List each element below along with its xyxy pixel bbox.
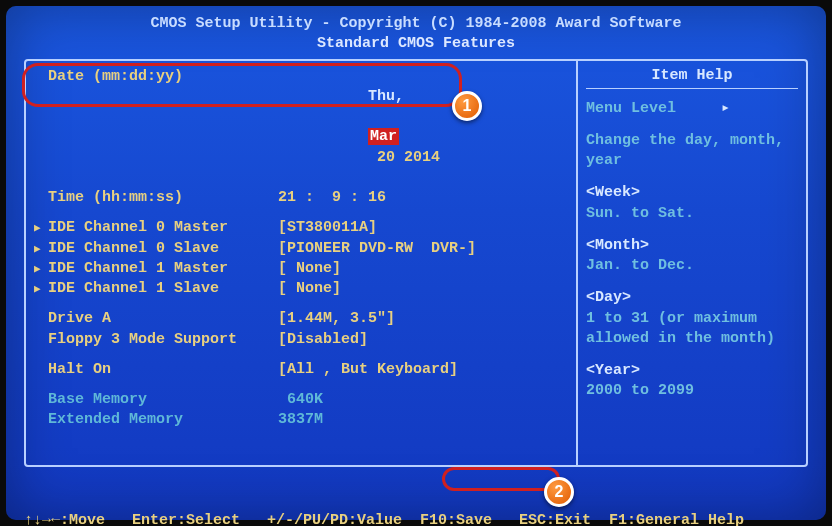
base-mem-value: 640K: [278, 390, 323, 410]
left-pane: Date (mm:dd:yy) Thu, Mar 20 2014 Time (h…: [26, 61, 576, 465]
halt-value: [All , But Keyboard]: [278, 360, 458, 380]
halt-on-row[interactable]: Halt On [All , But Keyboard]: [34, 360, 566, 380]
ide-label: IDE Channel 0 Master: [48, 218, 278, 238]
date-value: Thu, Mar 20 2014: [278, 67, 440, 189]
callout-badge-2: 2: [544, 477, 574, 507]
triangle-icon: ▶: [34, 218, 48, 238]
time-row[interactable]: Time (hh:mm:ss) 21 : 9 : 16: [34, 188, 566, 208]
date-rest: 20 2014: [368, 149, 440, 166]
ext-mem-label: Extended Memory: [48, 410, 278, 430]
drive-a-label: Drive A: [48, 309, 278, 329]
callout-badge-1: 1: [452, 91, 482, 121]
header: CMOS Setup Utility - Copyright (C) 1984-…: [24, 14, 808, 55]
blank-tri: [34, 188, 48, 208]
ext-mem-value: 3837M: [278, 410, 323, 430]
help-month-text: Jan. to Dec.: [586, 257, 694, 274]
ide-row[interactable]: ▶ IDE Channel 1 Master [ None]: [34, 259, 566, 279]
menu-level-row: Menu Level ▸: [586, 99, 798, 119]
date-row[interactable]: Date (mm:dd:yy) Thu, Mar 20 2014: [34, 67, 566, 189]
triangle-icon: ▶: [34, 259, 48, 279]
ide-value: [PIONEER DVD-RW DVR-]: [278, 239, 476, 259]
help-year: <Year> 2000 to 2099: [586, 361, 798, 402]
ide-value: [ None]: [278, 279, 341, 299]
base-memory-row: Base Memory 640K: [34, 390, 566, 410]
help-week-text: Sun. to Sat.: [586, 205, 694, 222]
header-copyright: CMOS Setup Utility - Copyright (C) 1984-…: [24, 14, 808, 34]
halt-label: Halt On: [48, 360, 278, 380]
menu-level-label: Menu Level: [586, 100, 676, 117]
floppy-value: [Disabled]: [278, 330, 368, 350]
ide-value: [ None]: [278, 259, 341, 279]
item-help-title: Item Help: [586, 67, 798, 84]
footer-line1: ↑↓→←:Move Enter:Select +/-/PU/PD:Value F…: [24, 511, 808, 526]
date-month[interactable]: Mar: [368, 128, 399, 145]
main-box: Date (mm:dd:yy) Thu, Mar 20 2014 Time (h…: [24, 59, 808, 467]
base-mem-label: Base Memory: [48, 390, 278, 410]
ide-label: IDE Channel 1 Slave: [48, 279, 278, 299]
callout-highlight-2: [442, 467, 560, 491]
date-label: Date (mm:dd:yy): [48, 67, 278, 189]
item-help-pane: Item Help Menu Level ▸ Change the day, m…: [576, 61, 806, 465]
help-year-text: 2000 to 2099: [586, 382, 694, 399]
ide-label: IDE Channel 0 Slave: [48, 239, 278, 259]
help-month-key: <Month>: [586, 237, 649, 254]
time-label: Time (hh:mm:ss): [48, 188, 278, 208]
help-year-key: <Year>: [586, 362, 640, 379]
floppy-mode-row[interactable]: Floppy 3 Mode Support [Disabled]: [34, 330, 566, 350]
triangle-icon: ▶: [34, 239, 48, 259]
ide-value: [ST380011A]: [278, 218, 377, 238]
time-value[interactable]: 21 : 9 : 16: [278, 188, 386, 208]
ide-row[interactable]: ▶ IDE Channel 1 Slave [ None]: [34, 279, 566, 299]
help-week-key: <Week>: [586, 184, 640, 201]
help-day-key: <Day>: [586, 289, 631, 306]
ide-label: IDE Channel 1 Master: [48, 259, 278, 279]
drive-a-row[interactable]: Drive A [1.44M, 3.5"]: [34, 309, 566, 329]
help-separator: [586, 88, 798, 89]
help-day-text: 1 to 31 (or maximum allowed in the month…: [586, 310, 775, 347]
chevron-right-icon: ▸: [721, 100, 730, 117]
bios-screen: CMOS Setup Utility - Copyright (C) 1984-…: [6, 6, 826, 520]
blank-tri: [34, 67, 48, 189]
drive-a-value: [1.44M, 3.5"]: [278, 309, 395, 329]
date-weekday: Thu,: [368, 88, 404, 105]
ide-row[interactable]: ▶ IDE Channel 0 Slave [PIONEER DVD-RW DV…: [34, 239, 566, 259]
triangle-icon: ▶: [34, 279, 48, 299]
help-month: <Month> Jan. to Dec.: [586, 236, 798, 277]
ext-memory-row: Extended Memory 3837M: [34, 410, 566, 430]
help-week: <Week> Sun. to Sat.: [586, 183, 798, 224]
ide-row[interactable]: ▶ IDE Channel 0 Master [ST380011A]: [34, 218, 566, 238]
help-text: Change the day, month, year: [586, 131, 798, 172]
header-section: Standard CMOS Features: [24, 34, 808, 54]
floppy-label: Floppy 3 Mode Support: [48, 330, 278, 350]
footer-keys: ↑↓→←:Move Enter:Select +/-/PU/PD:Value F…: [24, 471, 808, 527]
help-day: <Day> 1 to 31 (or maximum allowed in the…: [586, 288, 798, 349]
